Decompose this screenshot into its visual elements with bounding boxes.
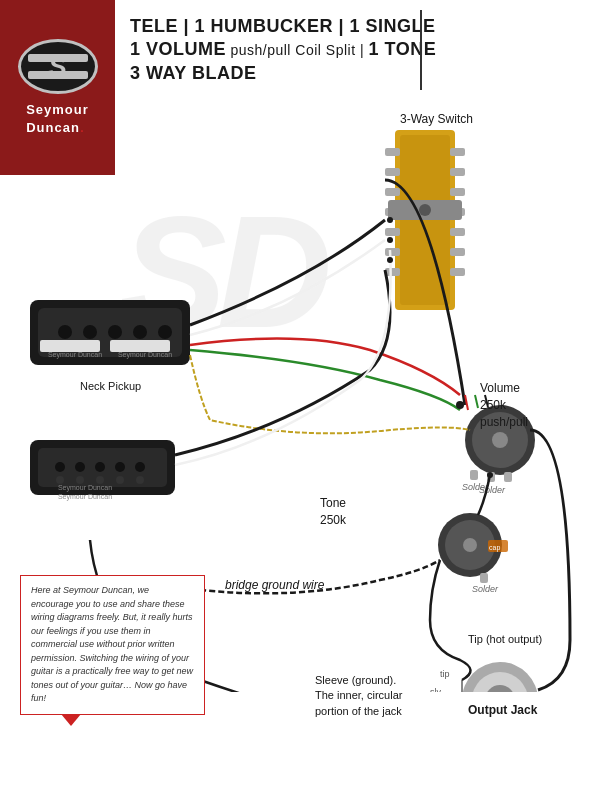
- svg-rect-8: [450, 168, 465, 176]
- svg-rect-18: [470, 470, 478, 480]
- svg-point-37: [58, 325, 72, 339]
- svg-text:Seymour Duncan: Seymour Duncan: [48, 351, 102, 359]
- switch-label: 3-Way Switch: [400, 112, 473, 126]
- sleeve-line3: portion of the jack: [315, 705, 402, 717]
- svg-rect-11: [450, 228, 465, 236]
- output-jack-label: Output Jack: [468, 703, 537, 717]
- tip-label: Tip (hot output): [468, 633, 542, 645]
- volume-line3: push/pull: [480, 415, 528, 429]
- disclaimer-box: Here at Seymour Duncan, we encourage you…: [20, 575, 205, 715]
- svg-rect-2: [385, 188, 400, 196]
- sleeve-label: Sleeve (ground). The inner, circular por…: [315, 673, 402, 719]
- tone-line2: 250k: [320, 513, 346, 527]
- svg-point-52: [135, 462, 145, 472]
- svg-text:Seymour Duncan: Seymour Duncan: [58, 484, 112, 492]
- sleeve-line1: Sleeve (ground).: [315, 674, 396, 686]
- svg-point-41: [158, 325, 172, 339]
- svg-point-67: [487, 472, 493, 478]
- sleeve-line2: The inner, circular: [315, 689, 402, 701]
- svg-rect-0: [385, 148, 400, 156]
- bridge-pickup: Seymour Duncan Seymour Duncan: [30, 440, 175, 501]
- svg-point-39: [108, 325, 122, 339]
- svg-point-65: [387, 257, 393, 263]
- svg-point-54: [76, 476, 84, 484]
- svg-point-51: [115, 462, 125, 472]
- svg-text:slv: slv: [430, 687, 441, 692]
- svg-text:Seymour Duncan: Seymour Duncan: [118, 351, 172, 359]
- svg-point-66: [456, 401, 464, 409]
- svg-rect-20: [504, 472, 512, 482]
- svg-point-50: [95, 462, 105, 472]
- svg-point-49: [75, 462, 85, 472]
- svg-point-17: [492, 432, 508, 448]
- svg-point-40: [133, 325, 147, 339]
- disclaimer-text: Here at Seymour Duncan, we encourage you…: [31, 585, 193, 703]
- svg-text:Solder: Solder: [472, 584, 499, 594]
- svg-point-38: [83, 325, 97, 339]
- neck-pickup: Seymour Duncan Seymour Duncan: [30, 300, 190, 365]
- svg-rect-12: [450, 248, 465, 256]
- neck-pickup-label: Neck Pickup: [80, 380, 141, 392]
- volume-label: Volume 250k push/pull: [480, 380, 528, 430]
- svg-rect-5: [385, 248, 400, 256]
- svg-text:tip: tip: [440, 669, 450, 679]
- svg-text:cap: cap: [489, 544, 500, 552]
- svg-rect-1: [385, 168, 400, 176]
- logo-s-icon: S: [48, 51, 67, 83]
- tone-label: Tone 250k: [320, 495, 346, 529]
- svg-point-56: [116, 476, 124, 484]
- svg-line-61: [475, 395, 478, 408]
- svg-text:Solder: Solder: [479, 485, 506, 495]
- svg-point-48: [55, 462, 65, 472]
- volume-line1: Volume: [480, 381, 520, 395]
- bridge-ground-label: bridge ground wire: [225, 578, 324, 592]
- svg-rect-13: [450, 268, 465, 276]
- svg-text:Seymour Duncan: Seymour Duncan: [58, 493, 112, 501]
- svg-point-63: [387, 217, 393, 223]
- svg-rect-4: [385, 228, 400, 236]
- volume-line2: 250k: [480, 398, 506, 412]
- svg-point-64: [387, 237, 393, 243]
- svg-point-15: [419, 204, 431, 216]
- tone-line1: Tone: [320, 496, 346, 510]
- svg-point-55: [96, 476, 104, 484]
- svg-point-24: [463, 538, 477, 552]
- svg-point-53: [56, 476, 64, 484]
- svg-rect-7: [450, 148, 465, 156]
- svg-rect-9: [450, 188, 465, 196]
- svg-point-57: [136, 476, 144, 484]
- svg-rect-25: [480, 573, 488, 583]
